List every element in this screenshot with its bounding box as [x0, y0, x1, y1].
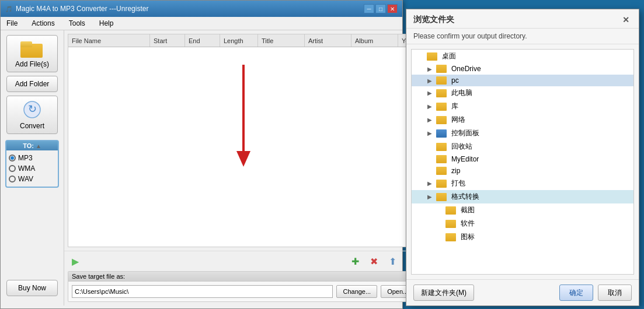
tree-toggle [426, 167, 434, 175]
format-mp3[interactable]: MP3 [9, 153, 55, 163]
ok-button[interactable]: 确定 [559, 285, 593, 301]
tree-item-label: 控制面板 [451, 128, 479, 138]
dialog-close-button[interactable]: ✕ [620, 14, 632, 26]
file-table: File Name Start End Length Title Artist … [68, 34, 419, 247]
folder-icon-sm [427, 52, 437, 61]
change-button[interactable]: Change... [336, 285, 377, 298]
folder-icon-sm [436, 167, 447, 175]
window-close-button[interactable]: ✕ [387, 4, 398, 13]
folder-icon-sm [436, 65, 447, 73]
col-artist: Artist [305, 34, 351, 47]
tree-toggle [416, 52, 424, 61]
new-folder-button[interactable]: 新建文件夹(M) [413, 285, 474, 301]
remove-item-button[interactable]: ✖ [366, 254, 381, 269]
save-header: Save target file as: ▲ [68, 272, 418, 282]
tree-toggle[interactable]: ▶ [426, 89, 434, 97]
svg-marker-3 [236, 151, 250, 167]
table-body[interactable] [68, 47, 418, 247]
menu-bar: File Actions Tools Help [1, 17, 402, 30]
tree-toggle [426, 155, 434, 163]
path-input[interactable] [72, 285, 333, 298]
tree-toggle [435, 233, 443, 241]
tree-toggle[interactable]: ▶ [426, 180, 434, 188]
tree-item[interactable]: ▶打包 [412, 177, 633, 190]
play-button[interactable]: ▶ [68, 254, 83, 269]
dialog-title-bar: 浏览文件夹 ✕ [406, 9, 639, 29]
buy-now-button[interactable]: Buy Now [6, 280, 58, 296]
tree-item[interactable]: ▶pc [412, 75, 633, 86]
tree-item[interactable]: ▶OneDrive [412, 63, 633, 75]
svg-text:↻: ↻ [28, 103, 37, 115]
tree-item-label: zip [451, 167, 460, 175]
tree-toggle[interactable]: ▶ [426, 103, 434, 111]
tree-item-label: 图标 [461, 232, 475, 242]
sidebar: Add File(s) Add Folder ↻ Convert TO: ▲ [1, 30, 64, 306]
tree-toggle [435, 220, 443, 228]
add-folder-button[interactable]: Add Folder [6, 76, 58, 92]
tree-item-label: 格式转换 [451, 192, 479, 202]
dialog-title: 浏览文件夹 [413, 15, 454, 25]
tree-toggle[interactable]: ▶ [426, 129, 434, 138]
minimize-button[interactable]: ─ [364, 4, 374, 13]
tree-item[interactable]: 截图 [412, 203, 633, 217]
menu-actions[interactable]: Actions [28, 18, 58, 29]
tree-item-label: 网络 [451, 115, 465, 125]
col-start: Start [150, 34, 185, 47]
format-wma[interactable]: WMA [9, 163, 55, 174]
browse-dialog: 浏览文件夹 ✕ Please confirm your output direc… [406, 9, 639, 306]
tree-item[interactable]: zip [412, 165, 633, 177]
folder-tree[interactable]: 桌面▶OneDrive▶pc▶此电脑▶库▶网络▶控制面板回收站MyEditorz… [411, 49, 634, 275]
col-title: Title [258, 34, 305, 47]
folder-icon-sm [436, 143, 447, 151]
tree-item[interactable]: ▶格式转换 [412, 190, 633, 203]
tree-item[interactable]: ▶网络 [412, 113, 633, 127]
convert-label: Convert [20, 122, 44, 130]
buy-now-label: Buy Now [18, 284, 46, 292]
col-end: End [185, 34, 220, 47]
format-wav[interactable]: WAV [9, 174, 55, 184]
tree-toggle[interactable]: ▶ [426, 116, 434, 124]
add-item-button[interactable]: ✚ [347, 254, 363, 269]
tree-toggle[interactable]: ▶ [426, 65, 434, 73]
tree-item[interactable]: 回收站 [412, 140, 633, 153]
main-area: Add File(s) Add Folder ↻ Convert TO: ▲ [1, 30, 402, 306]
tree-toggle [426, 143, 434, 151]
tree-item[interactable]: 桌面 [412, 50, 633, 63]
convert-icon: ↻ [21, 100, 43, 120]
tree-item-label: 截图 [461, 205, 475, 215]
tree-item[interactable]: MyEditor [412, 153, 633, 165]
format-wav-label: WAV [18, 175, 33, 183]
tree-item-label: 此电脑 [451, 88, 472, 98]
convert-button[interactable]: ↻ Convert [6, 96, 58, 134]
file-toolbar: ▶ ✚ ✖ ⬆ ⬇ [64, 251, 422, 271]
tree-item[interactable]: ▶控制面板 [412, 127, 633, 140]
tree-item-label: 桌面 [442, 51, 456, 61]
format-wma-label: WMA [18, 164, 35, 173]
maximize-button[interactable]: □ [375, 4, 386, 13]
tree-toggle[interactable]: ▶ [426, 76, 434, 85]
col-length: Length [220, 34, 258, 47]
dialog-subtitle: Please confirm your output directory. [406, 29, 639, 44]
folder-icon-sm [436, 129, 447, 138]
tree-item[interactable]: 软件 [412, 217, 633, 230]
dialog-footer: 新建文件夹(M) 确定 取消 [406, 279, 639, 306]
move-up-button[interactable]: ⬆ [385, 254, 400, 269]
menu-file[interactable]: File [3, 18, 21, 29]
content-area: File Name Start End Length Title Artist … [64, 30, 422, 306]
folder-icon-sm [436, 76, 447, 85]
table-header: File Name Start End Length Title Artist … [68, 34, 418, 47]
add-files-icon [20, 39, 44, 58]
tree-item-label: OneDrive [451, 65, 481, 73]
cancel-button[interactable]: 取消 [598, 285, 632, 301]
add-files-button[interactable]: Add File(s) [6, 35, 58, 72]
tree-item[interactable]: 图标 [412, 230, 633, 244]
tree-toggle[interactable]: ▶ [426, 193, 434, 201]
menu-help[interactable]: Help [96, 18, 117, 29]
save-label: Save target file as: [72, 273, 125, 280]
menu-tools[interactable]: Tools [65, 18, 89, 29]
tree-item-label: 库 [451, 101, 458, 111]
tree-item[interactable]: ▶此电脑 [412, 86, 633, 100]
tree-item[interactable]: ▶库 [412, 100, 633, 113]
tree-item-label: MyEditor [451, 155, 479, 163]
radio-mp3-dot [9, 154, 16, 161]
